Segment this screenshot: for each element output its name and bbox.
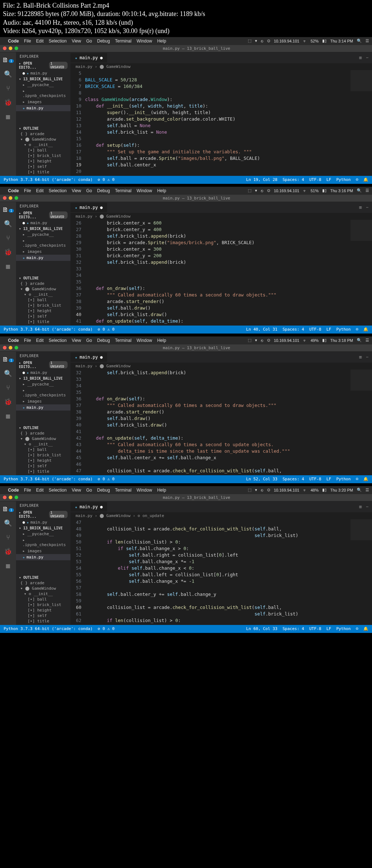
code-line[interactable]: def on_draw(self):: [85, 285, 350, 292]
code-line[interactable]: """ Set up the game and initialize the v…: [85, 149, 350, 155]
menu-debug[interactable]: Debug: [97, 39, 110, 44]
menu-window[interactable]: Window: [137, 188, 152, 193]
tray-icon[interactable]: ⊙: [267, 188, 270, 193]
problems-count[interactable]: ⊘ 0 ⚠ 0: [98, 477, 114, 481]
problems-count[interactable]: ⊘ 0 ⚠ 0: [98, 177, 114, 182]
folder-item[interactable]: ▸ .ipynb_checkpoints: [16, 88, 70, 99]
menu-selection[interactable]: Selection: [49, 39, 66, 44]
code-line[interactable]: [85, 266, 350, 272]
debug-icon[interactable]: 🐞: [4, 248, 12, 256]
source-control-icon[interactable]: ⑂: [6, 234, 10, 242]
line-number[interactable]: 39: [70, 305, 81, 311]
extensions-icon[interactable]: ▦: [6, 262, 10, 270]
minimap[interactable]: [350, 70, 372, 176]
menu-edit[interactable]: Edit: [36, 488, 44, 493]
line-number[interactable]: 28: [70, 233, 81, 239]
more-actions-icon[interactable]: ⋯: [366, 355, 368, 359]
line-number[interactable]: 48: [70, 526, 81, 532]
debug-icon[interactable]: 🐞: [4, 98, 12, 106]
wifi-icon[interactable]: ᯤ: [303, 488, 307, 492]
code-line[interactable]: [85, 461, 350, 468]
outline-item[interactable]: [•] title: [16, 169, 70, 175]
maximize-window-icon[interactable]: [15, 47, 18, 50]
app-name[interactable]: Code: [8, 338, 19, 343]
line-number[interactable]: 49: [70, 532, 81, 539]
code-line[interactable]: self.ball.change_x *= -1: [85, 578, 350, 585]
outline-item[interactable]: [•] ball: [16, 597, 70, 602]
line-number[interactable]: 42: [70, 324, 81, 326]
code-line[interactable]: [85, 90, 350, 96]
folder-item[interactable]: ▸ images: [16, 548, 70, 554]
open-editor-file[interactable]: ● ⬥ main.py: [16, 70, 70, 76]
outline-item[interactable]: [•] width: [16, 624, 70, 625]
line-number[interactable]: 21: [70, 175, 81, 176]
open-editors-section[interactable]: ▸ OPEN EDITO... 1 UNSAVED: [16, 510, 70, 519]
line-number[interactable]: 47: [70, 468, 81, 474]
source-control-icon[interactable]: ⑂: [6, 384, 10, 391]
line-number[interactable]: 57: [70, 585, 81, 591]
search-icon[interactable]: 🔍: [4, 519, 12, 527]
menu-selection[interactable]: Selection: [49, 188, 66, 193]
encoding[interactable]: UTF-8: [309, 177, 321, 182]
explorer-icon[interactable]: 🗎1: [0, 206, 14, 213]
code-line[interactable]: elif self.ball.change_x < 0:: [85, 565, 350, 572]
code-line[interactable]: [85, 383, 350, 389]
code-line[interactable]: """ Called automatically 60 times a seco…: [85, 324, 350, 326]
cursor-position[interactable]: Ln 52, Col 33: [246, 477, 278, 481]
line-number[interactable]: 42: [70, 435, 81, 441]
open-editor-file[interactable]: ● ⬥ main.py: [16, 519, 70, 525]
menu-edit[interactable]: Edit: [36, 188, 44, 193]
close-window-icon[interactable]: [3, 496, 7, 499]
notifications-icon[interactable]: 🔔: [363, 177, 368, 182]
notifications-icon[interactable]: 🔔: [363, 327, 368, 332]
line-number[interactable]: 60: [70, 604, 81, 611]
code-line[interactable]: collision_list = arcade.check_for_collis…: [85, 526, 350, 532]
line-number[interactable]: 35: [70, 389, 81, 396]
line-number[interactable]: 44: [70, 448, 81, 455]
folder-item[interactable]: ▸ __pycache__: [16, 381, 70, 387]
line-number[interactable]: 29: [70, 239, 81, 246]
code-line[interactable]: self.brick_list.draw(): [85, 311, 350, 318]
tray-icon[interactable]: ⊙: [267, 338, 270, 343]
menu-debug[interactable]: Debug: [97, 488, 110, 493]
open-editor-file[interactable]: ● ⬥ main.py: [16, 370, 70, 376]
editor-tab[interactable]: ⬥ main.py ●: [70, 53, 107, 62]
minimap[interactable]: [350, 519, 372, 625]
line-number[interactable]: 62: [70, 617, 81, 624]
outline-section[interactable]: ▾ OUTLINE: [16, 126, 70, 131]
line-number[interactable]: 17: [70, 149, 81, 155]
line-number[interactable]: 16: [70, 142, 81, 149]
line-number[interactable]: 37: [70, 292, 81, 298]
outline-item[interactable]: [•] width: [16, 474, 70, 475]
line-number[interactable]: 61: [70, 611, 81, 617]
eol[interactable]: LF: [326, 477, 331, 481]
problems-count[interactable]: ⊘ 0 ⚠ 0: [98, 626, 114, 631]
line-number[interactable]: 51: [70, 545, 81, 552]
code-line[interactable]: self.ball.draw(): [85, 305, 350, 311]
code-line[interactable]: if self.ball.change_x > 0:: [85, 624, 350, 625]
outline-item[interactable]: { } arcade: [16, 431, 70, 436]
close-window-icon[interactable]: [3, 196, 7, 200]
outline-item[interactable]: ▾ ⊙ __init__: [16, 591, 70, 597]
debug-icon[interactable]: 🐞: [4, 398, 12, 405]
menu-help[interactable]: Help: [157, 188, 166, 193]
code-line[interactable]: def on_update(self, delta_time):: [85, 318, 350, 324]
tray-icon[interactable]: ⊙: [267, 39, 270, 43]
outline-item[interactable]: [•] brick_list: [16, 452, 70, 458]
tray-icon[interactable]: ▾: [255, 488, 257, 492]
menu-terminal[interactable]: Terminal: [115, 39, 132, 44]
code-line[interactable]: self.ball.center_x += self.ball.change_x: [85, 455, 350, 461]
code-line[interactable]: self.brick_list.append(brick): [85, 370, 350, 376]
code-line[interactable]: """ Called automatically 60 times a seco…: [85, 292, 350, 298]
code-line[interactable]: """ Called automatically 60 times a seco…: [85, 402, 350, 409]
problems-count[interactable]: ⊘ 0 ⚠ 0: [98, 327, 114, 332]
outline-item[interactable]: [•] brick_list: [16, 602, 70, 607]
minimize-window-icon[interactable]: [9, 196, 12, 200]
menu-icon[interactable]: ☰: [365, 39, 369, 43]
maximize-window-icon[interactable]: [15, 196, 18, 200]
project-file[interactable]: ⬥ main.py: [16, 554, 70, 560]
line-number[interactable]: 8: [70, 90, 81, 96]
code-line[interactable]: brick.center_y = 400: [85, 226, 350, 233]
outline-item[interactable]: [•] title: [16, 319, 70, 324]
line-number[interactable]: 7: [70, 83, 81, 90]
